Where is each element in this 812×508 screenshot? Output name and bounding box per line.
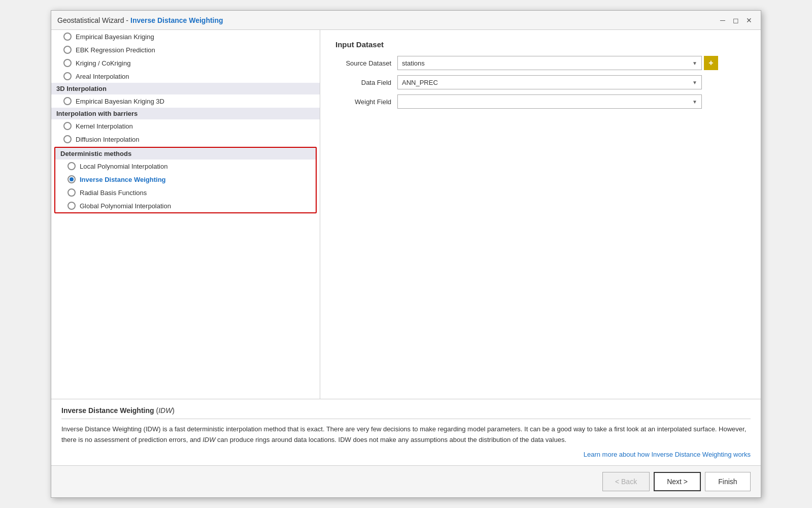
method-label-empirical-bayesian-kriging: Empirical Bayesian Kriging <box>76 33 154 41</box>
next-button[interactable]: Next > <box>654 472 701 491</box>
input-dataset-section: Input Dataset Source Dataset stations ▼ … <box>335 40 746 109</box>
radio-idw-inner <box>70 177 74 181</box>
method-label-idw: Inverse Distance Weighting <box>80 176 166 183</box>
method-label-global-polynomial: Global Polynomial Interpolation <box>80 202 171 210</box>
input-dataset-title: Input Dataset <box>335 40 746 49</box>
method-item-global-polynomial[interactable]: Global Polynomial Interpolation <box>55 199 316 212</box>
data-field-arrow: ▼ <box>692 80 697 85</box>
method-item-empirical-bayesian-kriging[interactable]: Empirical Bayesian Kriging <box>51 30 320 43</box>
radio-kriging[interactable] <box>63 59 72 67</box>
source-dataset-dropdown[interactable]: stations ▼ <box>397 56 702 70</box>
title-bar-left: Geostatistical Wizard - Inverse Distance… <box>57 16 223 24</box>
radio-empirical-bayesian-kriging[interactable] <box>63 33 72 41</box>
data-field-row: Data Field ANN_PREC ▼ <box>335 75 746 89</box>
right-panel: Input Dataset Source Dataset stations ▼ … <box>320 30 761 399</box>
radio-radial-basis[interactable] <box>67 188 76 197</box>
method-label-areal: Areal Interpolation <box>76 73 129 80</box>
minimize-button[interactable]: ─ <box>717 15 728 26</box>
method-label-kernel: Kernel Interpolation <box>76 122 133 130</box>
title-bar: Geostatistical Wizard - Inverse Distance… <box>51 11 761 30</box>
radio-ebk3d[interactable] <box>63 97 72 105</box>
radio-kernel[interactable] <box>63 122 72 130</box>
weight-field-row: Weight Field ▼ <box>335 94 746 109</box>
method-item-areal[interactable]: Areal Interpolation <box>51 70 320 83</box>
data-field-control: ANN_PREC ▼ <box>397 75 746 89</box>
category-3d-interpolation: 3D Interpolation <box>51 83 320 94</box>
method-item-kriging[interactable]: Kriging / CoKriging <box>51 56 320 70</box>
radio-areal[interactable] <box>63 72 72 80</box>
footer: < Back Next > Finish <box>51 465 761 497</box>
add-dataset-button[interactable]: + <box>704 56 718 70</box>
method-label-kriging: Kriging / CoKriging <box>76 59 130 67</box>
method-item-ebk-regression[interactable]: EBK Regression Prediction <box>51 43 320 56</box>
weight-field-arrow: ▼ <box>692 99 697 105</box>
category-deterministic: Deterministic methods <box>55 148 316 160</box>
data-field-dropdown[interactable]: ANN_PREC ▼ <box>397 75 702 89</box>
method-label-ebk3d: Empirical Bayesian Kriging 3D <box>76 98 164 105</box>
wizard-window: Geostatistical Wizard - Inverse Distance… <box>51 10 761 498</box>
learn-more-link[interactable]: Learn more about how Inverse Distance We… <box>61 451 751 458</box>
left-panel: Empirical Bayesian Kriging EBK Regressio… <box>51 30 320 399</box>
title-blue: Inverse Distance Weighting <box>130 16 223 24</box>
back-button[interactable]: < Back <box>602 472 650 491</box>
method-item-ebk3d[interactable]: Empirical Bayesian Kriging 3D <box>51 94 320 108</box>
source-dataset-row: Source Dataset stations ▼ + <box>335 56 746 70</box>
title-plain: Geostatistical Wizard - <box>57 16 128 24</box>
main-content: Empirical Bayesian Kriging EBK Regressio… <box>51 30 761 399</box>
radio-diffusion[interactable] <box>63 135 72 143</box>
method-label-local-polynomial: Local Polynomial Interpolation <box>80 163 167 170</box>
description-title-italic: IDW <box>158 406 172 415</box>
method-item-radial-basis[interactable]: Radial Basis Functions <box>55 186 316 199</box>
finish-button[interactable]: Finish <box>705 472 751 491</box>
source-dataset-arrow: ▼ <box>692 60 697 66</box>
weight-field-control: ▼ <box>397 94 746 109</box>
maximize-button[interactable]: ◻ <box>730 15 741 26</box>
description-title: Inverse Distance Weighting (IDW) <box>61 406 751 415</box>
source-dataset-label: Source Dataset <box>335 59 391 67</box>
method-item-local-polynomial[interactable]: Local Polynomial Interpolation <box>55 160 316 173</box>
radio-local-polynomial[interactable] <box>67 162 76 170</box>
deterministic-methods-box: Deterministic methods Local Polynomial I… <box>54 147 317 213</box>
source-dataset-value: stations <box>402 59 425 67</box>
method-label-radial-basis: Radial Basis Functions <box>80 189 147 197</box>
method-item-idw[interactable]: Inverse Distance Weighting <box>55 173 316 186</box>
description-text: Inverse Distance Weighting (IDW) is a fa… <box>61 424 751 446</box>
radio-global-polynomial[interactable] <box>67 202 76 210</box>
bottom-area: Inverse Distance Weighting (IDW) Inverse… <box>51 399 761 465</box>
radio-ebk-regression[interactable] <box>63 46 72 54</box>
weight-field-dropdown[interactable]: ▼ <box>397 94 702 109</box>
category-interpolation-barriers: Interpolation with barriers <box>51 108 320 119</box>
description-title-bold: Inverse Distance Weighting <box>61 406 154 415</box>
close-button[interactable]: ✕ <box>743 15 755 26</box>
method-label-ebk-regression: EBK Regression Prediction <box>76 46 155 54</box>
methods-scroll-content[interactable]: Empirical Bayesian Kriging EBK Regressio… <box>51 30 320 399</box>
weight-field-label: Weight Field <box>335 98 391 106</box>
radio-idw[interactable] <box>67 175 76 183</box>
description-title-paren-close: ) <box>172 406 175 415</box>
data-field-value: ANN_PREC <box>402 79 438 86</box>
source-dataset-control: stations ▼ + <box>397 56 746 70</box>
data-field-label: Data Field <box>335 79 391 86</box>
method-item-kernel[interactable]: Kernel Interpolation <box>51 119 320 133</box>
title-controls: ─ ◻ ✕ <box>717 15 755 26</box>
method-label-diffusion: Diffusion Interpolation <box>76 136 140 143</box>
methods-scroll-wrapper: Empirical Bayesian Kriging EBK Regressio… <box>51 30 320 399</box>
method-item-diffusion[interactable]: Diffusion Interpolation <box>51 133 320 146</box>
